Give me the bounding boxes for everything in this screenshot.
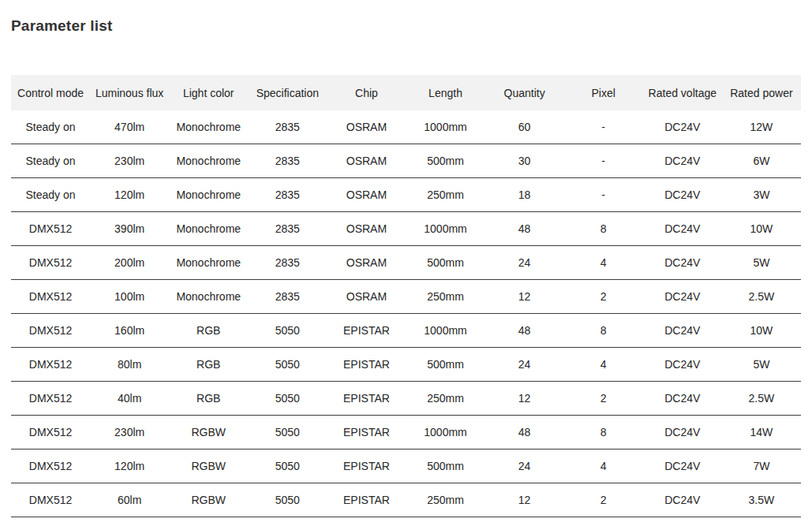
table-cell: OSRAM bbox=[327, 246, 406, 280]
table-cell: 80lm bbox=[90, 348, 169, 382]
table-cell: 8 bbox=[564, 212, 643, 246]
table-cell: 470lm bbox=[90, 110, 169, 144]
table-row: Steady on120lmMonochrome2835OSRAM250mm18… bbox=[11, 178, 801, 212]
table-row: DMX51240lmRGB5050EPISTAR250mm122DC24V2.5… bbox=[11, 382, 801, 416]
table-cell: RGBW bbox=[169, 416, 248, 450]
table-cell: 8 bbox=[564, 416, 643, 450]
table-header-cell: Quantity bbox=[485, 75, 564, 110]
table-header-cell: Rated voltage bbox=[643, 75, 722, 110]
table-cell: 48 bbox=[485, 212, 564, 246]
table-cell: 2.5W bbox=[722, 280, 801, 314]
table-cell: 4 bbox=[564, 348, 643, 382]
table-cell: EPISTAR bbox=[327, 314, 406, 348]
table-cell: DC24V bbox=[643, 280, 722, 314]
table-cell: DMX512 bbox=[11, 246, 90, 280]
table-cell: 250mm bbox=[406, 178, 485, 212]
table-cell: DMX512 bbox=[11, 450, 90, 483]
table-cell: 6W bbox=[722, 144, 801, 178]
table-cell: 60lm bbox=[90, 483, 169, 517]
table-cell: EPISTAR bbox=[327, 382, 406, 416]
table-cell: DC24V bbox=[643, 382, 722, 416]
table-row: DMX512100lmMonochrome2835OSRAM250mm122DC… bbox=[11, 280, 801, 314]
parameter-table-body: Steady on470lmMonochrome2835OSRAM1000mm6… bbox=[11, 110, 801, 517]
table-cell: RGBW bbox=[169, 483, 248, 517]
table-cell: 40lm bbox=[90, 382, 169, 416]
table-cell: RGB bbox=[169, 348, 248, 382]
table-cell: OSRAM bbox=[327, 110, 406, 144]
table-cell: 230lm bbox=[90, 144, 169, 178]
table-cell: 3.5W bbox=[722, 483, 801, 517]
table-cell: Monochrome bbox=[169, 280, 248, 314]
page: Parameter list Control modeLuminous flux… bbox=[0, 0, 812, 526]
table-cell: OSRAM bbox=[327, 212, 406, 246]
parameter-table: Control modeLuminous fluxLight colorSpec… bbox=[11, 75, 801, 517]
table-row: Steady on230lmMonochrome2835OSRAM500mm30… bbox=[11, 144, 801, 178]
table-cell: 5050 bbox=[248, 348, 327, 382]
table-cell: Steady on bbox=[11, 144, 90, 178]
table-cell: EPISTAR bbox=[327, 483, 406, 517]
table-cell: Monochrome bbox=[169, 178, 248, 212]
table-cell: DC24V bbox=[643, 110, 722, 144]
table-cell: Monochrome bbox=[169, 246, 248, 280]
table-cell: 1000mm bbox=[406, 314, 485, 348]
table-cell: 2 bbox=[564, 483, 643, 517]
table-cell: Steady on bbox=[11, 178, 90, 212]
table-cell: 8 bbox=[564, 314, 643, 348]
table-cell: DC24V bbox=[643, 483, 722, 517]
table-cell: DMX512 bbox=[11, 314, 90, 348]
table-cell: 2835 bbox=[248, 144, 327, 178]
table-cell: 12 bbox=[485, 280, 564, 314]
table-cell: 60 bbox=[485, 110, 564, 144]
table-cell: 48 bbox=[485, 314, 564, 348]
table-cell: DC24V bbox=[643, 212, 722, 246]
table-header-cell: Pixel bbox=[564, 75, 643, 110]
table-cell: - bbox=[564, 110, 643, 144]
table-cell: DC24V bbox=[643, 450, 722, 483]
table-cell: DC24V bbox=[643, 246, 722, 280]
table-cell: 5050 bbox=[248, 450, 327, 483]
table-cell: 250mm bbox=[406, 483, 485, 517]
table-cell: RGBW bbox=[169, 450, 248, 483]
table-cell: 120lm bbox=[90, 450, 169, 483]
table-cell: RGB bbox=[169, 382, 248, 416]
table-cell: 12W bbox=[722, 110, 801, 144]
table-cell: 7W bbox=[722, 450, 801, 483]
table-cell: 200lm bbox=[90, 246, 169, 280]
table-header-cell: Light color bbox=[169, 75, 248, 110]
table-cell: Monochrome bbox=[169, 110, 248, 144]
table-cell: DMX512 bbox=[11, 382, 90, 416]
table-cell: EPISTAR bbox=[327, 416, 406, 450]
table-cell: 5050 bbox=[248, 382, 327, 416]
table-cell: 14W bbox=[722, 416, 801, 450]
table-header-cell: Control mode bbox=[11, 75, 90, 110]
table-cell: DMX512 bbox=[11, 483, 90, 517]
table-cell: 10W bbox=[722, 212, 801, 246]
table-cell: 18 bbox=[485, 178, 564, 212]
table-cell: 500mm bbox=[406, 144, 485, 178]
table-cell: 4 bbox=[564, 450, 643, 483]
table-cell: 250mm bbox=[406, 382, 485, 416]
table-cell: DC24V bbox=[643, 416, 722, 450]
table-cell: 250mm bbox=[406, 280, 485, 314]
table-row: DMX512160lmRGB5050EPISTAR1000mm488DC24V1… bbox=[11, 314, 801, 348]
table-cell: DMX512 bbox=[11, 280, 90, 314]
table-cell: 10W bbox=[722, 314, 801, 348]
table-cell: OSRAM bbox=[327, 144, 406, 178]
table-cell: 2835 bbox=[248, 178, 327, 212]
table-cell: 230lm bbox=[90, 416, 169, 450]
table-cell: 500mm bbox=[406, 246, 485, 280]
table-cell: DC24V bbox=[643, 348, 722, 382]
table-cell: 30 bbox=[485, 144, 564, 178]
table-row: DMX512120lmRGBW5050EPISTAR500mm244DC24V7… bbox=[11, 450, 801, 483]
table-cell: 48 bbox=[485, 416, 564, 450]
table-cell: 2 bbox=[564, 280, 643, 314]
table-cell: 24 bbox=[485, 348, 564, 382]
table-cell: 500mm bbox=[406, 348, 485, 382]
table-cell: 100lm bbox=[90, 280, 169, 314]
table-row: DMX512200lmMonochrome2835OSRAM500mm244DC… bbox=[11, 246, 801, 280]
table-cell: OSRAM bbox=[327, 178, 406, 212]
table-cell: OSRAM bbox=[327, 280, 406, 314]
table-cell: - bbox=[564, 178, 643, 212]
table-row: DMX51280lmRGB5050EPISTAR500mm244DC24V5W bbox=[11, 348, 801, 382]
table-header-cell: Rated power bbox=[722, 75, 801, 110]
